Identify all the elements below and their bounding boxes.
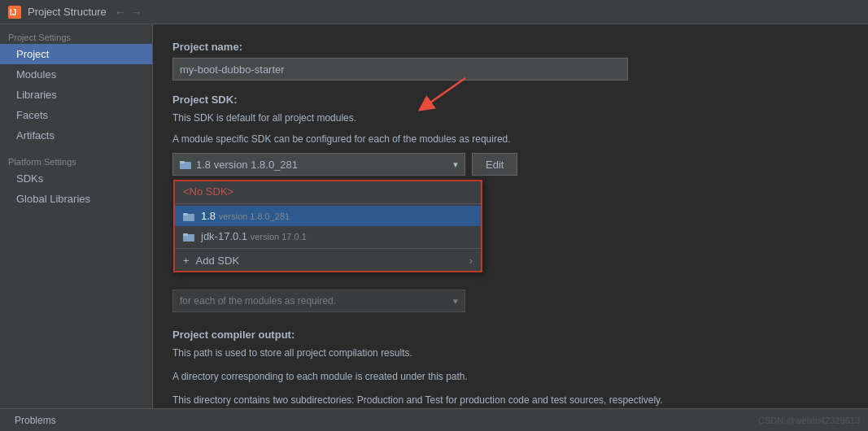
sidebar-item-modules[interactable]: Modules [0, 64, 152, 85]
forward-arrow[interactable]: → [131, 6, 142, 19]
sidebar-item-sdks[interactable]: SDKs [0, 168, 152, 189]
project-name-input[interactable] [172, 58, 628, 81]
project-settings-label: Project Settings [0, 28, 152, 44]
sdk-option-jdk-17[interactable]: jdk-17.0.1 version 17.0.1 [175, 226, 481, 246]
project-sdk-section: Project SDK: This SDK is default for all… [172, 94, 848, 312]
sdk-option-1-8[interactable]: 1.8 version 1.8.0_281 [175, 206, 481, 226]
plus-icon: + [183, 255, 190, 267]
bottom-bar: Problems CSDN @weixin42329613 [0, 408, 868, 431]
svg-rect-7 [183, 233, 188, 236]
dropdown-divider-2 [175, 248, 481, 249]
compiler-output-label: Project compiler output: [172, 329, 848, 341]
sidebar-item-artifacts[interactable]: Artifacts [0, 125, 152, 146]
second-sdk-desc: for each of the modules as required. [180, 295, 336, 307]
sdk-dropdown[interactable]: 1.8 version 1.8.0_281 ▼ <No SDK> [172, 153, 465, 176]
app-icon: IJ [8, 6, 21, 19]
compiler-desc-3: This directory contains two subdirectori… [172, 393, 848, 408]
platform-settings-label: Platform Settings [0, 152, 152, 168]
compiler-output-section: Project compiler output: This path is us… [172, 329, 848, 408]
sdk-description-1: This SDK is default for all project modu… [172, 111, 848, 125]
compiler-desc-1: This path is used to store all project c… [172, 346, 848, 361]
add-sdk-label: Add SDK [196, 255, 239, 267]
sdk-row: 1.8 version 1.8.0_281 ▼ <No SDK> [172, 153, 848, 176]
edit-button[interactable]: Edit [472, 153, 517, 176]
project-name-section: Project name: [172, 41, 848, 81]
watermark-text: CSDN @weixin42329613 [758, 416, 860, 425]
svg-rect-5 [183, 213, 188, 216]
sdk-jdk17-label: jdk-17.0.1 version 17.0.1 [201, 230, 307, 242]
project-name-label: Project name: [172, 41, 848, 53]
second-sdk-inner: for each of the modules as required. [180, 295, 458, 307]
svg-text:IJ: IJ [10, 8, 16, 17]
sidebar-item-libraries[interactable]: Libraries [0, 85, 152, 105]
add-sdk-option[interactable]: + Add SDK › [175, 250, 481, 271]
sdk-dropdown-inner: 1.8 version 1.8.0_281 [180, 159, 458, 171]
svg-rect-3 [180, 161, 185, 163]
dropdown-divider [175, 203, 481, 204]
no-sdk-label: <No SDK> [183, 185, 233, 198]
no-sdk-option[interactable]: <No SDK> [175, 181, 481, 202]
navigation-arrows: ← → [115, 6, 142, 19]
dropdown-chevron-icon: ▼ [451, 160, 460, 169]
sidebar-item-project[interactable]: Project [0, 44, 152, 64]
main-layout: Project Settings Project Modules Librari… [0, 24, 868, 408]
second-sdk-row: for each of the modules as required. ▼ [172, 290, 848, 312]
project-sdk-label: Project SDK: [172, 94, 848, 106]
content-area: Project name: Project SDK: This SDK is d… [153, 24, 868, 408]
title-bar: IJ Project Structure ← → [0, 0, 868, 24]
sidebar-divider [0, 146, 152, 152]
back-arrow[interactable]: ← [115, 6, 126, 19]
sdk-folder-icon-1 [183, 211, 194, 221]
sdk-selected-label: 1.8 version 1.8.0_281 [196, 159, 298, 171]
problems-tab[interactable]: Problems [8, 413, 63, 428]
sdk-folder-icon-2 [183, 232, 194, 242]
second-sdk-dropdown[interactable]: for each of the modules as required. ▼ [172, 290, 465, 312]
sdk-1-8-label: 1.8 version 1.8.0_281 [201, 210, 290, 222]
compiler-desc-2: A directory corresponding to each module… [172, 369, 848, 385]
sidebar-item-facets[interactable]: Facets [0, 105, 152, 125]
second-dropdown-chevron-icon: ▼ [451, 297, 460, 306]
sdk-description-2: A module specific SDK can be configured … [172, 132, 848, 146]
sidebar-item-global-libraries[interactable]: Global Libraries [0, 189, 152, 209]
sdk-dropdown-popup: <No SDK> 1.8 version 1.8.0_281 [173, 180, 482, 272]
folder-icon [180, 159, 191, 169]
add-sdk-arrow-icon: › [469, 255, 473, 267]
sidebar: Project Settings Project Modules Librari… [0, 24, 153, 408]
window-title: Project Structure [28, 6, 107, 18]
